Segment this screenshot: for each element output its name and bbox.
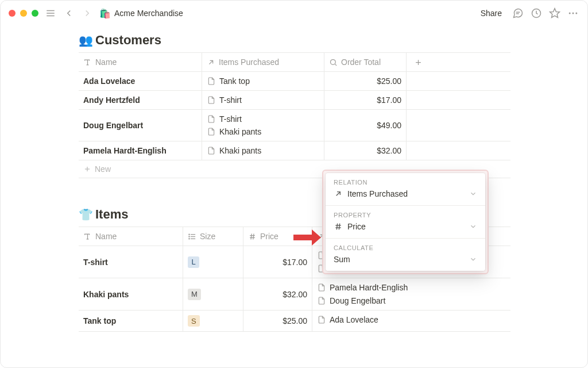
share-button[interactable]: Share bbox=[477, 6, 506, 20]
page-icon: 🛍️ bbox=[99, 8, 111, 19]
svg-point-9 bbox=[575, 13, 577, 14]
items-title-text: Items bbox=[95, 207, 128, 222]
chevron-down-icon bbox=[469, 223, 477, 231]
close-window-button[interactable] bbox=[9, 10, 16, 17]
window-controls bbox=[9, 10, 38, 17]
svg-line-25 bbox=[251, 233, 252, 239]
col-header-order-text: Order Total bbox=[341, 57, 381, 67]
property-label: PROPERTY bbox=[334, 212, 477, 218]
calculate-selector[interactable]: Sum bbox=[334, 255, 477, 264]
cell-order-total[interactable]: $25.00 bbox=[324, 72, 407, 90]
cell-order-total[interactable]: $49.00 bbox=[324, 110, 407, 141]
calculate-value: Sum bbox=[334, 255, 350, 264]
purchaser-chip[interactable]: Doug Engelbart bbox=[317, 296, 385, 305]
cell-items[interactable]: Khaki pants bbox=[202, 141, 324, 160]
calculate-label: CALCULATE bbox=[334, 244, 477, 251]
purchaser-chip[interactable]: Pamela Hardt-English bbox=[317, 283, 408, 292]
rollup-config-popover: RELATION Items Purchased PROPERTY Price … bbox=[322, 170, 489, 274]
svg-point-11 bbox=[331, 59, 336, 64]
col-header-items-text: Items Purchased bbox=[219, 57, 279, 67]
svg-line-10 bbox=[209, 60, 212, 64]
page-title-text: Acme Merchandise bbox=[114, 9, 183, 18]
svg-point-22 bbox=[189, 238, 189, 239]
relation-value: Items Purchased bbox=[347, 189, 408, 198]
favorite-icon[interactable] bbox=[548, 7, 561, 20]
svg-point-20 bbox=[189, 234, 189, 235]
item-chip[interactable]: Khaki pants bbox=[207, 127, 261, 136]
cell-price[interactable]: $17.00 bbox=[243, 246, 312, 278]
svg-line-12 bbox=[335, 64, 336, 66]
cell-name[interactable]: Doug Engelbart bbox=[79, 110, 202, 141]
nav-forward-button[interactable] bbox=[81, 7, 94, 20]
maximize-window-button[interactable] bbox=[32, 10, 38, 17]
cell-name[interactable]: T-shirt bbox=[79, 246, 183, 278]
svg-point-7 bbox=[569, 13, 571, 14]
hamburger-menu-button[interactable] bbox=[44, 7, 57, 20]
table-row[interactable]: Pamela Hardt-English Khaki pants $32.00 bbox=[79, 141, 510, 160]
page-content: 👥 Customers Name Items Purchased Order T… bbox=[1, 26, 587, 332]
cell-purchasers[interactable]: Ada Lovelace bbox=[312, 310, 459, 331]
cell-price[interactable]: $32.00 bbox=[243, 278, 312, 310]
col-header-name-text: Name bbox=[95, 57, 117, 67]
cell-size[interactable]: L bbox=[183, 246, 243, 278]
cell-name[interactable]: Ada Lovelace bbox=[79, 72, 202, 90]
table-row[interactable]: Ada Lovelace Tank top $25.00 bbox=[79, 72, 510, 91]
svg-line-26 bbox=[253, 233, 254, 239]
add-column-button[interactable] bbox=[407, 53, 430, 71]
page-title[interactable]: 🛍️ Acme Merchandise bbox=[99, 8, 183, 19]
comments-icon[interactable] bbox=[512, 7, 524, 20]
customers-icon: 👥 bbox=[79, 33, 93, 47]
nav-back-button[interactable] bbox=[63, 7, 75, 20]
property-value: Price bbox=[347, 222, 366, 231]
cell-name[interactable]: Khaki pants bbox=[79, 278, 183, 310]
cell-items[interactable]: T-shirt Khaki pants bbox=[202, 110, 324, 141]
cell-order-total[interactable]: $32.00 bbox=[324, 141, 407, 160]
cell-order-total[interactable]: $17.00 bbox=[324, 91, 407, 109]
cell-purchasers[interactable]: Pamela Hardt-English Doug Engelbart bbox=[312, 278, 459, 310]
cell-items[interactable]: Tank top bbox=[202, 72, 324, 90]
item-chip[interactable]: Tank top bbox=[207, 76, 250, 86]
table-row[interactable]: Khaki pants M $32.00 Pamela Hardt-Englis… bbox=[79, 278, 510, 310]
item-chip[interactable]: T-shirt bbox=[207, 95, 242, 105]
table-row[interactable]: Andy Hertzfeld T-shirt $17.00 bbox=[79, 91, 510, 110]
relation-selector[interactable]: Items Purchased bbox=[334, 189, 477, 198]
item-chip[interactable]: T-shirt bbox=[207, 114, 242, 124]
item-chip[interactable]: Khaki pants bbox=[207, 146, 261, 155]
col-header-name[interactable]: Name bbox=[79, 227, 183, 246]
new-row-label: New bbox=[95, 164, 111, 174]
svg-point-8 bbox=[572, 13, 574, 14]
callout-arrow-icon bbox=[292, 227, 322, 248]
chevron-down-icon bbox=[469, 255, 477, 263]
titlebar: 🛍️ Acme Merchandise Share bbox=[1, 1, 587, 26]
svg-marker-6 bbox=[550, 9, 560, 18]
cell-name[interactable]: Pamela Hardt-English bbox=[79, 141, 202, 160]
purchaser-chip[interactable]: Ada Lovelace bbox=[317, 315, 378, 324]
cell-size[interactable]: M bbox=[183, 278, 243, 310]
items-icon: 👕 bbox=[79, 208, 93, 221]
updates-icon[interactable] bbox=[530, 7, 543, 20]
cell-price[interactable]: $25.00 bbox=[243, 310, 312, 331]
col-header-name[interactable]: Name bbox=[79, 53, 202, 71]
cell-name[interactable]: Andy Hertzfeld bbox=[79, 91, 202, 109]
customers-heading[interactable]: 👥 Customers bbox=[79, 33, 509, 48]
minimize-window-button[interactable] bbox=[20, 10, 27, 17]
col-header-items[interactable]: Items Purchased bbox=[202, 53, 324, 71]
toolbar-right bbox=[512, 7, 579, 20]
table-row[interactable]: Tank top S $25.00 Ada Lovelace bbox=[79, 310, 510, 332]
property-selector[interactable]: Price bbox=[334, 222, 477, 231]
table-row[interactable]: Doug Engelbart T-shirt Khaki pants $49.0… bbox=[79, 110, 510, 141]
col-header-size[interactable]: Size bbox=[183, 227, 243, 246]
cell-name[interactable]: Tank top bbox=[79, 310, 183, 331]
cell-size[interactable]: S bbox=[183, 310, 243, 331]
svg-line-28 bbox=[336, 192, 341, 196]
more-icon[interactable] bbox=[567, 7, 579, 20]
cell-items[interactable]: T-shirt bbox=[202, 91, 324, 109]
chevron-down-icon bbox=[469, 190, 477, 198]
customers-title-text: Customers bbox=[95, 33, 161, 48]
svg-line-31 bbox=[336, 224, 337, 230]
svg-line-32 bbox=[339, 224, 339, 230]
relation-label: RELATION bbox=[334, 179, 477, 186]
svg-point-21 bbox=[189, 236, 189, 236]
customers-table: Name Items Purchased Order Total Ada Lov… bbox=[79, 52, 510, 178]
col-header-order[interactable]: Order Total bbox=[324, 53, 407, 71]
